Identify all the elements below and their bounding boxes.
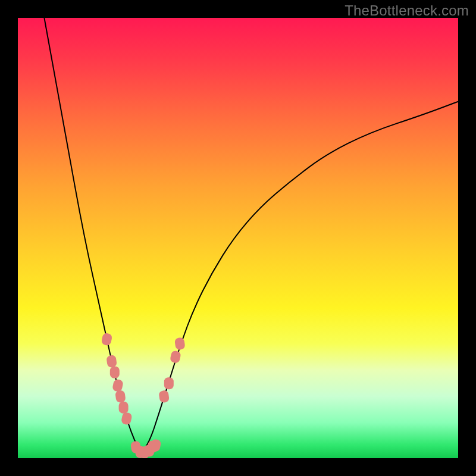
data-marker bbox=[106, 355, 117, 368]
data-marker bbox=[174, 337, 186, 350]
chart-frame: TheBottleneck.com bbox=[0, 0, 476, 476]
curve-layer bbox=[18, 18, 458, 458]
data-marker bbox=[115, 390, 126, 403]
data-marker bbox=[101, 333, 113, 346]
data-marker bbox=[119, 402, 129, 414]
plot-area bbox=[18, 18, 458, 458]
curve-right-branch bbox=[141, 102, 458, 454]
data-marker bbox=[112, 378, 124, 392]
data-marker bbox=[110, 367, 120, 378]
curve-left-branch bbox=[44, 18, 141, 454]
data-marker bbox=[164, 377, 174, 389]
data-marker bbox=[158, 390, 170, 403]
data-marker bbox=[121, 412, 133, 425]
watermark-text: TheBottleneck.com bbox=[345, 2, 469, 19]
data-marker bbox=[170, 350, 181, 364]
